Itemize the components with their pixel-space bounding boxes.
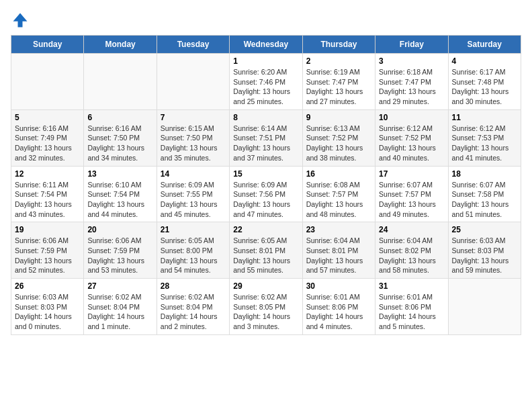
calendar-cell: 27Sunrise: 6:02 AM Sunset: 8:04 PM Dayli… xyxy=(84,279,157,335)
calendar-cell: 14Sunrise: 6:09 AM Sunset: 7:55 PM Dayli… xyxy=(157,166,229,222)
day-number: 3 xyxy=(379,56,444,66)
day-number: 21 xyxy=(161,225,226,234)
calendar-table: SundayMondayTuesdayWednesdayThursdayFrid… xyxy=(11,35,521,335)
calendar-cell xyxy=(448,279,521,335)
calendar-cell: 20Sunrise: 6:06 AM Sunset: 7:59 PM Dayli… xyxy=(84,222,157,279)
calendar-cell: 17Sunrise: 6:07 AM Sunset: 7:57 PM Dayli… xyxy=(375,166,448,222)
day-number: 2 xyxy=(306,56,371,66)
logo xyxy=(11,11,32,30)
day-info: Sunrise: 6:02 AM Sunset: 8:05 PM Dayligh… xyxy=(233,292,298,332)
calendar-week-row: 19Sunrise: 6:06 AM Sunset: 7:59 PM Dayli… xyxy=(11,222,521,279)
calendar-cell: 21Sunrise: 6:05 AM Sunset: 8:00 PM Dayli… xyxy=(157,222,229,279)
day-info: Sunrise: 6:18 AM Sunset: 7:47 PM Dayligh… xyxy=(379,67,444,107)
day-number: 29 xyxy=(233,281,298,291)
day-info: Sunrise: 6:14 AM Sunset: 7:51 PM Dayligh… xyxy=(233,124,298,163)
day-number: 5 xyxy=(15,113,80,122)
day-number: 18 xyxy=(452,169,517,179)
weekday-header: Friday xyxy=(375,36,448,54)
calendar-week-row: 5Sunrise: 6:16 AM Sunset: 7:49 PM Daylig… xyxy=(11,109,521,166)
calendar-cell: 16Sunrise: 6:08 AM Sunset: 7:57 PM Dayli… xyxy=(302,166,375,222)
calendar-week-row: 26Sunrise: 6:03 AM Sunset: 8:03 PM Dayli… xyxy=(11,279,521,335)
calendar-cell: 28Sunrise: 6:02 AM Sunset: 8:04 PM Dayli… xyxy=(157,279,229,335)
day-number: 9 xyxy=(306,113,371,122)
day-info: Sunrise: 6:03 AM Sunset: 8:03 PM Dayligh… xyxy=(452,236,517,275)
day-info: Sunrise: 6:06 AM Sunset: 7:59 PM Dayligh… xyxy=(87,236,152,275)
day-info: Sunrise: 6:16 AM Sunset: 7:50 PM Dayligh… xyxy=(87,124,152,163)
day-info: Sunrise: 6:10 AM Sunset: 7:54 PM Dayligh… xyxy=(87,180,152,220)
calendar-cell: 10Sunrise: 6:12 AM Sunset: 7:52 PM Dayli… xyxy=(375,109,448,166)
calendar-cell: 2Sunrise: 6:19 AM Sunset: 7:47 PM Daylig… xyxy=(302,54,375,110)
day-number: 24 xyxy=(379,225,444,234)
calendar-cell: 1Sunrise: 6:20 AM Sunset: 7:46 PM Daylig… xyxy=(230,54,302,110)
calendar-cell: 24Sunrise: 6:04 AM Sunset: 8:02 PM Dayli… xyxy=(375,222,448,279)
day-info: Sunrise: 6:05 AM Sunset: 8:00 PM Dayligh… xyxy=(161,236,226,275)
day-number: 26 xyxy=(15,281,80,291)
day-info: Sunrise: 6:02 AM Sunset: 8:04 PM Dayligh… xyxy=(161,292,226,332)
calendar-cell: 8Sunrise: 6:14 AM Sunset: 7:51 PM Daylig… xyxy=(230,109,302,166)
calendar-cell: 19Sunrise: 6:06 AM Sunset: 7:59 PM Dayli… xyxy=(11,222,84,279)
day-info: Sunrise: 6:01 AM Sunset: 8:06 PM Dayligh… xyxy=(379,292,444,332)
day-info: Sunrise: 6:07 AM Sunset: 7:58 PM Dayligh… xyxy=(452,180,517,220)
day-number: 10 xyxy=(379,113,444,122)
calendar-cell: 26Sunrise: 6:03 AM Sunset: 8:03 PM Dayli… xyxy=(11,279,84,335)
day-info: Sunrise: 6:09 AM Sunset: 7:56 PM Dayligh… xyxy=(233,180,298,220)
day-info: Sunrise: 6:20 AM Sunset: 7:46 PM Dayligh… xyxy=(233,67,298,107)
day-info: Sunrise: 6:04 AM Sunset: 8:01 PM Dayligh… xyxy=(306,236,371,275)
day-number: 11 xyxy=(452,113,517,122)
calendar-cell xyxy=(84,54,157,110)
day-number: 25 xyxy=(452,225,517,234)
day-info: Sunrise: 6:05 AM Sunset: 8:01 PM Dayligh… xyxy=(233,236,298,275)
day-info: Sunrise: 6:17 AM Sunset: 7:48 PM Dayligh… xyxy=(452,67,517,107)
calendar-cell: 11Sunrise: 6:12 AM Sunset: 7:53 PM Dayli… xyxy=(448,109,521,166)
weekday-header: Sunday xyxy=(11,36,84,54)
day-number: 31 xyxy=(379,281,444,291)
calendar-cell: 30Sunrise: 6:01 AM Sunset: 8:06 PM Dayli… xyxy=(302,279,375,335)
day-number: 23 xyxy=(306,225,371,234)
day-info: Sunrise: 6:06 AM Sunset: 7:59 PM Dayligh… xyxy=(15,236,80,275)
day-info: Sunrise: 6:02 AM Sunset: 8:04 PM Dayligh… xyxy=(87,292,152,332)
calendar-cell: 18Sunrise: 6:07 AM Sunset: 7:58 PM Dayli… xyxy=(448,166,521,222)
day-info: Sunrise: 6:16 AM Sunset: 7:49 PM Dayligh… xyxy=(15,124,80,163)
calendar-cell: 3Sunrise: 6:18 AM Sunset: 7:47 PM Daylig… xyxy=(375,54,448,110)
calendar-week-row: 12Sunrise: 6:11 AM Sunset: 7:54 PM Dayli… xyxy=(11,166,521,222)
weekday-header: Tuesday xyxy=(157,36,229,54)
day-info: Sunrise: 6:09 AM Sunset: 7:55 PM Dayligh… xyxy=(161,180,226,220)
day-info: Sunrise: 6:12 AM Sunset: 7:52 PM Dayligh… xyxy=(379,124,444,163)
calendar-cell: 5Sunrise: 6:16 AM Sunset: 7:49 PM Daylig… xyxy=(11,109,84,166)
day-number: 16 xyxy=(306,169,371,179)
weekday-header: Saturday xyxy=(448,36,521,54)
day-info: Sunrise: 6:19 AM Sunset: 7:47 PM Dayligh… xyxy=(306,67,371,107)
day-number: 1 xyxy=(233,56,298,66)
day-info: Sunrise: 6:04 AM Sunset: 8:02 PM Dayligh… xyxy=(379,236,444,275)
day-number: 27 xyxy=(87,281,152,291)
day-number: 20 xyxy=(87,225,152,234)
logo-icon xyxy=(11,11,30,30)
calendar-week-row: 1Sunrise: 6:20 AM Sunset: 7:46 PM Daylig… xyxy=(11,54,521,110)
day-number: 30 xyxy=(306,281,371,291)
day-number: 22 xyxy=(233,225,298,234)
calendar-cell: 13Sunrise: 6:10 AM Sunset: 7:54 PM Dayli… xyxy=(84,166,157,222)
day-info: Sunrise: 6:11 AM Sunset: 7:54 PM Dayligh… xyxy=(15,180,80,220)
day-info: Sunrise: 6:08 AM Sunset: 7:57 PM Dayligh… xyxy=(306,180,371,220)
day-number: 6 xyxy=(87,113,152,122)
svg-marker-0 xyxy=(13,13,28,28)
day-number: 28 xyxy=(161,281,226,291)
calendar-cell: 12Sunrise: 6:11 AM Sunset: 7:54 PM Dayli… xyxy=(11,166,84,222)
page-header xyxy=(11,11,521,30)
calendar-cell: 23Sunrise: 6:04 AM Sunset: 8:01 PM Dayli… xyxy=(302,222,375,279)
calendar-cell: 31Sunrise: 6:01 AM Sunset: 8:06 PM Dayli… xyxy=(375,279,448,335)
day-number: 12 xyxy=(15,169,80,179)
weekday-header: Wednesday xyxy=(230,36,302,54)
day-number: 13 xyxy=(87,169,152,179)
day-info: Sunrise: 6:13 AM Sunset: 7:52 PM Dayligh… xyxy=(306,124,371,163)
day-number: 7 xyxy=(161,113,226,122)
day-number: 8 xyxy=(233,113,298,122)
day-number: 19 xyxy=(15,225,80,234)
day-info: Sunrise: 6:07 AM Sunset: 7:57 PM Dayligh… xyxy=(379,180,444,220)
weekday-header-row: SundayMondayTuesdayWednesdayThursdayFrid… xyxy=(11,36,521,54)
calendar-cell: 22Sunrise: 6:05 AM Sunset: 8:01 PM Dayli… xyxy=(230,222,302,279)
day-number: 17 xyxy=(379,169,444,179)
calendar-cell: 15Sunrise: 6:09 AM Sunset: 7:56 PM Dayli… xyxy=(230,166,302,222)
day-number: 14 xyxy=(161,169,226,179)
day-number: 15 xyxy=(233,169,298,179)
